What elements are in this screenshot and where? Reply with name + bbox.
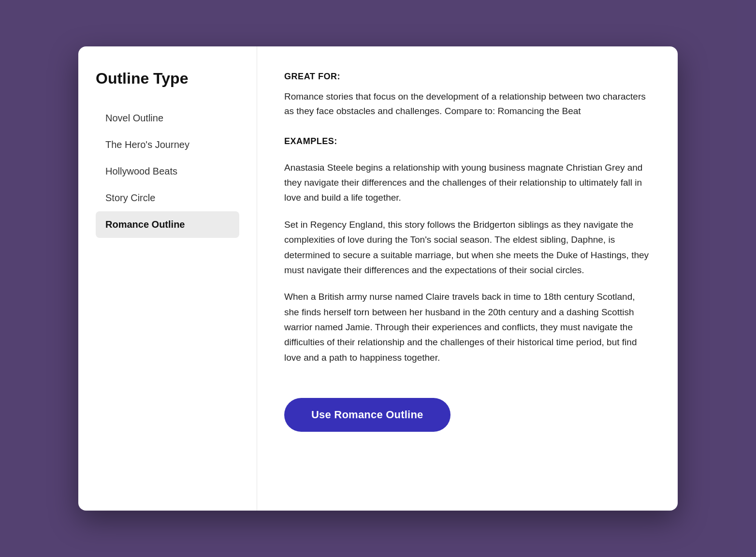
- sidebar-nav: Novel Outline The Hero's Journey Hollywo…: [96, 105, 239, 238]
- button-row: Use Romance Outline: [284, 398, 651, 432]
- sidebar: Outline Type Novel Outline The Hero's Jo…: [78, 46, 257, 511]
- great-for-section: GREAT FOR: Romance stories that focus on…: [284, 72, 651, 136]
- content-panel: GREAT FOR: Romance stories that focus on…: [257, 46, 678, 511]
- sidebar-item-romance-outline[interactable]: Romance Outline: [96, 211, 239, 238]
- sidebar-item-novel-outline[interactable]: Novel Outline: [96, 105, 239, 132]
- sidebar-item-story-circle[interactable]: Story Circle: [96, 185, 239, 211]
- great-for-label: GREAT FOR:: [284, 72, 651, 82]
- sidebar-title: Outline Type: [96, 70, 239, 88]
- modal: Outline Type Novel Outline The Hero's Jo…: [78, 46, 678, 511]
- great-for-text: Romance stories that focus on the develo…: [284, 89, 651, 119]
- example-text-1: Anastasia Steele begins a relationship w…: [284, 160, 651, 205]
- sidebar-item-heros-journey[interactable]: The Hero's Journey: [96, 132, 239, 158]
- use-romance-outline-button[interactable]: Use Romance Outline: [284, 398, 451, 432]
- example-text-3: When a British army nurse named Claire t…: [284, 289, 651, 365]
- sidebar-item-hollywood-beats[interactable]: Hollywood Beats: [96, 158, 239, 185]
- examples-label: EXAMPLES:: [284, 136, 651, 147]
- examples-section: EXAMPLES:: [284, 136, 651, 154]
- example-text-2: Set in Regency England, this story follo…: [284, 217, 651, 278]
